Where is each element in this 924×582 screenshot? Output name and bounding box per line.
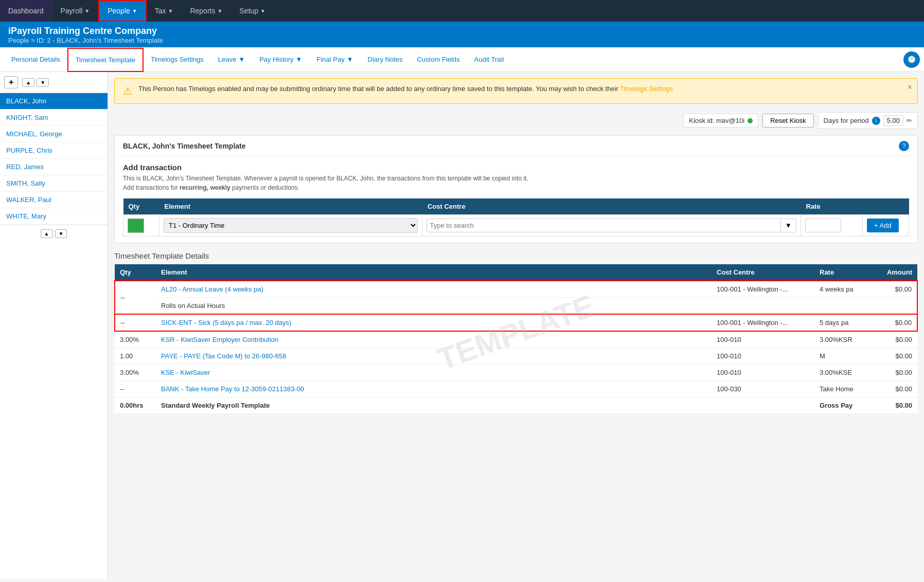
tax-dropdown-arrow: ▼ <box>168 8 173 14</box>
transaction-form-table: Qty Element Cost Centre Rate <box>123 198 909 237</box>
row-amount: $0.00 <box>876 348 917 365</box>
company-header: iPayroll Training Centre Company People … <box>0 22 924 47</box>
row-rate: 5 days pa <box>814 314 876 331</box>
row-rate: 3.00%KSR <box>814 331 876 348</box>
days-period-label: Days for period <box>824 117 869 124</box>
move-down-button[interactable]: ▼ <box>37 78 49 87</box>
details-amount-header: Amount <box>876 264 917 281</box>
final-pay-dropdown-arrow: ▼ <box>347 56 353 63</box>
tab-leave[interactable]: Leave ▼ <box>211 48 252 70</box>
tab-pay-history[interactable]: Pay History ▼ <box>252 48 309 70</box>
template-help-icon[interactable]: ? <box>899 141 909 151</box>
tab-timesheet-template[interactable]: Timesheet Template <box>67 48 144 72</box>
tab-final-pay[interactable]: Final Pay ▼ <box>309 48 360 70</box>
reset-kiosk-button[interactable]: Reset Kiosk <box>762 114 813 128</box>
reports-dropdown-arrow: ▼ <box>217 8 222 14</box>
days-period-edit-button[interactable]: ✏ <box>907 117 912 124</box>
row-amount: $0.00 <box>876 365 917 381</box>
person-item-walker-paul[interactable]: WALKER, Paul <box>0 192 108 208</box>
element-link[interactable]: BANK - Take Home Pay to 12-3059-0211383-… <box>161 385 304 393</box>
element-link[interactable]: AL20 - Annual Leave (4 weeks pa) <box>161 285 263 293</box>
row-qty: -- <box>115 281 156 314</box>
table-row-sub: Rolls on Actual Hours <box>115 298 917 315</box>
tab-custom-fields[interactable]: Custom Fields <box>410 48 467 70</box>
element-cell: T1 - Ordinary Time <box>159 215 422 237</box>
payroll-dropdown-arrow: ▼ <box>84 8 90 14</box>
form-rate-header: Rate <box>801 198 863 215</box>
form-element-header: Element <box>159 198 422 215</box>
person-list: BLACK, John KNIGHT, Sam MICHAEL, George … <box>0 93 108 225</box>
sidebar-controls: + ▲ ▼ <box>0 72 108 93</box>
table-row: -- AL20 - Annual Leave (4 weeks pa) 100-… <box>115 281 917 298</box>
person-item-knight-sam[interactable]: KNIGHT, Sam <box>0 110 108 126</box>
add-transaction-button[interactable]: + Add <box>867 219 899 232</box>
top-navigation: Dashboard Payroll ▼ People ▼ Tax ▼ Repor… <box>0 0 924 22</box>
timelogs-settings-link[interactable]: Timelogs Settings <box>620 85 673 93</box>
sidebar-page-up-button[interactable]: ▲ <box>41 229 53 238</box>
content-area: ⚠ This Person has Timelogs enabled and m… <box>108 72 924 579</box>
tab-personal-details[interactable]: Personal Details <box>4 48 67 70</box>
move-up-button[interactable]: ▲ <box>22 78 34 87</box>
table-row: -- SICK-ENT - Sick (5 days pa / max. 20 … <box>115 314 917 331</box>
kiosk-id-box: Kiosk id: mav@10i <box>683 114 758 128</box>
cost-centre-input[interactable] <box>427 219 780 232</box>
row-qty: -- <box>115 314 156 331</box>
nav-item-payroll[interactable]: Payroll ▼ <box>52 0 99 22</box>
details-footer-label: Standard Weekly Payroll Template <box>156 397 712 414</box>
tab-diary-notes[interactable]: Diary Notes <box>361 48 410 70</box>
details-table-header-row: Qty Element Cost Centre Rate Amount <box>115 264 917 281</box>
details-element-header: Element <box>156 264 712 281</box>
row-rate-sub <box>814 298 876 315</box>
person-item-smith-sally[interactable]: SMITH, Sally <box>0 175 108 192</box>
person-item-white-mary[interactable]: WHITE, Mary <box>0 208 108 225</box>
element-link[interactable]: KSE - KiwiSaver <box>161 369 210 376</box>
row-cost-centre: 100-030 <box>712 381 814 397</box>
person-item-black-john[interactable]: BLACK, John <box>0 93 108 110</box>
leave-dropdown-arrow: ▼ <box>238 56 245 63</box>
row-rate: 4 weeks pa <box>814 281 876 298</box>
tab-timelogs-settings[interactable]: Timelogs Settings <box>144 48 211 70</box>
transaction-form-row: T1 - Ordinary Time ▼ <box>123 215 909 237</box>
template-box: BLACK, John's Timesheet Template ? Add t… <box>114 135 918 243</box>
warning-close-button[interactable]: × <box>908 83 912 92</box>
add-transaction-description: This is BLACK, John's Timesheet Template… <box>123 174 909 192</box>
table-row: -- BANK - Take Home Pay to 12-3059-02113… <box>115 381 917 397</box>
cost-centre-dropdown-button[interactable]: ▼ <box>781 219 796 232</box>
nav-item-reports[interactable]: Reports ▼ <box>182 0 231 22</box>
days-period-info-icon[interactable]: i <box>872 117 880 125</box>
qty-color-box[interactable] <box>128 219 144 233</box>
rate-input[interactable] <box>805 219 841 232</box>
row-element: AL20 - Annual Leave (4 weeks pa) <box>156 281 712 298</box>
tab-bar: Personal Details Timesheet Template Time… <box>0 47 924 72</box>
details-footer-amount: $0.00 <box>876 397 917 414</box>
days-period-value: 5.00 <box>883 115 903 126</box>
kiosk-bar: Kiosk id: mav@10i Reset Kiosk Days for p… <box>114 112 918 129</box>
element-link[interactable]: SICK-ENT - Sick (5 days pa / max. 20 day… <box>161 319 291 326</box>
person-item-purple-chris[interactable]: PURPLE, Chris <box>0 142 108 159</box>
people-dropdown-arrow: ▼ <box>132 8 137 14</box>
details-footer-rate-label: Gross Pay <box>814 397 876 414</box>
nav-item-tax[interactable]: Tax ▼ <box>147 0 182 22</box>
template-box-title: BLACK, John's Timesheet Template <box>123 142 246 150</box>
row-element: SICK-ENT - Sick (5 days pa / max. 20 day… <box>156 314 712 331</box>
add-person-button[interactable]: + <box>4 76 18 88</box>
clock-button[interactable]: 🕐 <box>903 51 920 68</box>
person-item-michael-george[interactable]: MICHAEL, George <box>0 126 108 142</box>
row-element: KSR - KiwiSaver Employer Contribution <box>156 331 712 348</box>
days-period-box: Days for period i 5.00 ✏ <box>818 112 918 129</box>
row-amount: $0.00 <box>876 314 917 331</box>
details-section-title: Timesheet Template Details <box>114 251 918 260</box>
table-row: 3.00% KSR - KiwiSaver Employer Contribut… <box>115 331 917 348</box>
company-name: iPayroll Training Centre Company <box>8 26 916 37</box>
person-item-red-james[interactable]: RED, James <box>0 159 108 175</box>
nav-item-setup[interactable]: Setup ▼ <box>231 0 274 22</box>
element-select[interactable]: T1 - Ordinary Time <box>164 218 418 233</box>
nav-item-people[interactable]: People ▼ <box>98 0 147 22</box>
nav-item-dashboard[interactable]: Dashboard <box>0 0 52 22</box>
element-link[interactable]: KSR - KiwiSaver Employer Contribution <box>161 336 278 343</box>
row-element-sub: Rolls on Actual Hours <box>156 298 712 315</box>
row-element: PAYE - PAYE (Tax Code M) to 26-980-658 <box>156 348 712 365</box>
element-link[interactable]: PAYE - PAYE (Tax Code M) to 26-980-658 <box>161 352 286 360</box>
tab-audit-trail[interactable]: Audit Trail <box>467 48 511 70</box>
sidebar-page-down-button[interactable]: ▼ <box>55 229 67 238</box>
